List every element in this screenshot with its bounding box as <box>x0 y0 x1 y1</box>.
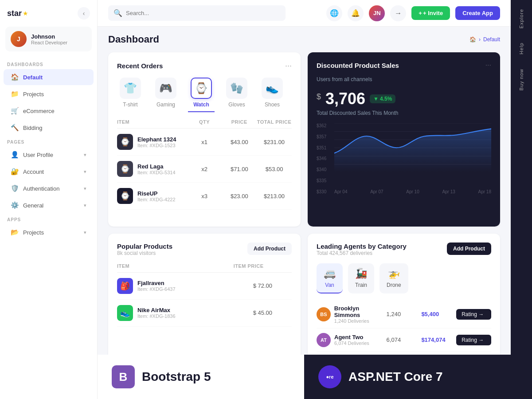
tab-gloves[interactable]: 🧤 Gloves <box>223 78 250 112</box>
item-info: 🎒 Fjallraven Item: #XDG-6437 <box>117 278 234 294</box>
bell-icon[interactable]: 🔔 <box>348 5 364 21</box>
col-total: TOTAL PRICE <box>257 119 292 125</box>
sidebar-item-default[interactable]: 🏠 Default <box>4 69 94 85</box>
sidebar-item-label: Account <box>23 168 44 175</box>
section-label-pages: PAGES <box>0 136 97 146</box>
item-price: $43.00 <box>222 139 257 145</box>
chevron-down-icon: ▾ <box>84 169 86 175</box>
product-row: 🎒 Fjallraven Item: #XDG-6437 $ 72.00 <box>117 273 292 300</box>
sidebar-item-label: Projects <box>23 229 44 236</box>
avatar: J <box>11 31 27 47</box>
watch-icon: ⌚ <box>191 78 212 99</box>
agent-info: BS Brooklyn Simmons 1,240 Deliveries <box>317 305 387 324</box>
card-menu-icon[interactable]: ··· <box>285 61 292 70</box>
agent-cat-train[interactable]: 🚂 Train <box>348 263 374 293</box>
chart-svg <box>334 123 491 172</box>
globe-icon[interactable]: 🌐 <box>326 5 342 21</box>
item-total: $213.00 <box>257 193 292 200</box>
lock-icon: 🔐 <box>11 168 19 176</box>
dollar-sign: $ <box>317 92 321 102</box>
sidebar-item-bidding[interactable]: 🔨 Bidding <box>4 120 94 136</box>
add-product-button[interactable]: Add Product <box>247 243 292 255</box>
agent-count: 6,074 <box>387 336 422 343</box>
chevron-down-icon: ▾ <box>84 230 86 235</box>
card-header-recent-orders: Recent Orders ··· <box>117 61 292 70</box>
tab-gaming[interactable]: 🎮 Gaming <box>153 78 179 112</box>
col-price: ITEM PRICE <box>234 263 292 269</box>
sidebar-item-authentication[interactable]: 🛡️ Authentication ▾ <box>4 180 94 196</box>
agent-row: BS Brooklyn Simmons 1,240 Deliveries 1,2… <box>317 301 491 329</box>
table-row: ⌚ Red Laga Item: #XDG-5314 x2 $71.00 $53… <box>117 156 292 183</box>
user-role: React Developer <box>31 40 67 45</box>
item-code: Item: #XDG-5314 <box>137 170 176 175</box>
sidebar-item-label: Projects <box>23 91 44 98</box>
add-product-agents-button[interactable]: Add Product <box>447 243 491 255</box>
sales-subtitle: Users from all channels <box>317 76 491 82</box>
search-icon: 🔍 <box>113 9 122 17</box>
rating-button[interactable]: Rating → <box>456 309 491 320</box>
rating-button[interactable]: Rating → <box>456 335 491 345</box>
drone-icon: 🚁 <box>388 268 400 279</box>
shield-icon: 🛡️ <box>11 184 19 192</box>
product-name: Nike AirMax <box>137 307 176 313</box>
product-price: $ 72.00 <box>234 282 292 289</box>
user-icon: 👤 <box>11 151 19 159</box>
breadcrumb-current: Default <box>483 36 500 43</box>
collapse-button[interactable]: ‹ <box>78 7 90 20</box>
sidebar-item-account[interactable]: 🔐 Account ▾ <box>4 164 94 180</box>
col-price: PRICE <box>222 119 257 125</box>
item-code: Item: #XDG-4222 <box>137 197 176 202</box>
tab-tshirt[interactable]: 👕 T-shirt <box>117 78 144 112</box>
bootstrap-icon: B <box>112 365 135 388</box>
table-row: ⌚ Elephant 1324 Item: #XDG-1523 x1 $43.0… <box>117 129 292 156</box>
create-app-button[interactable]: Create App <box>455 6 500 20</box>
agent-cat-label: Train <box>355 282 367 288</box>
product-image: 👟 <box>117 305 133 321</box>
tab-gaming-label: Gaming <box>156 102 175 108</box>
section-label-apps: APPS <box>0 214 97 224</box>
user-info: Johnson React Developer <box>31 33 67 45</box>
tab-shoes[interactable]: 👟 Shoes <box>259 78 286 112</box>
sidebar-item-projects[interactable]: 📁 Projects <box>4 86 94 102</box>
user-avatar-topbar[interactable]: JN <box>369 5 385 21</box>
agent-cat-van[interactable]: 🚐 Van <box>317 263 343 293</box>
topbar-right: 🌐 🔔 JN → + + Invite Create App <box>326 5 500 21</box>
aspnet-icon: ●re <box>318 365 341 388</box>
item-info: ⌚ Red Laga Item: #XDG-5314 <box>117 161 187 177</box>
sidebar-item-ecommerce[interactable]: 🛒 eCommerce <box>4 103 94 119</box>
invite-button[interactable]: + + Invite <box>411 6 450 20</box>
chart-x-labels: Apr 04 Apr 07 Apr 10 Apr 13 Apr 18 <box>334 189 491 194</box>
sales-amount: $ 3,706 ▼ 4.5% <box>317 90 491 108</box>
gloves-icon: 🧤 <box>226 78 247 99</box>
arrow-icon[interactable]: → <box>390 5 406 21</box>
logo: star ★ <box>7 9 28 18</box>
section-label-dashboards: DASHBOARDS <box>0 59 97 69</box>
recent-orders-title: Recent Orders <box>117 62 163 70</box>
buy-now-button[interactable]: Buy now <box>517 63 526 96</box>
sidebar-item-general[interactable]: ⚙️ General ▾ <box>4 197 94 213</box>
item-image: ⌚ <box>117 161 133 177</box>
products-header: Popular Products 8k social visitors Add … <box>117 243 292 262</box>
shoes-icon: 👟 <box>262 78 283 99</box>
sidebar-item-apps-projects[interactable]: 📂 Projects ▾ <box>4 224 94 240</box>
help-button[interactable]: Help <box>517 37 526 60</box>
search-input[interactable] <box>126 10 280 16</box>
sidebar-logo: star ★ ‹ <box>0 7 97 27</box>
sidebar-item-label: User Profile <box>23 152 53 158</box>
tab-watch[interactable]: ⌚ Watch <box>188 78 215 112</box>
van-icon: 🚐 <box>324 268 336 279</box>
item-image: ⌚ <box>117 188 133 204</box>
card-menu-icon[interactable]: ··· <box>485 61 491 69</box>
topbar: 🔍 🌐 🔔 JN → + + Invite Create App <box>98 0 511 27</box>
agent-cat-drone[interactable]: 🚁 Drone <box>379 263 408 293</box>
sidebar-item-user-profile[interactable]: 👤 User Profile ▾ <box>4 147 94 163</box>
agent-count: 1,240 <box>387 311 422 317</box>
explore-button[interactable]: Explore <box>517 4 526 34</box>
item-qty: x2 <box>187 166 222 172</box>
item-qty: x3 <box>187 193 222 200</box>
amount-badge: ▼ 4.5% <box>370 94 395 103</box>
product-code: Item: #XDG-1836 <box>137 313 176 319</box>
sidebar: star ★ ‹ J Johnson React Developer DASHB… <box>0 0 98 399</box>
trend-icon: ▼ <box>373 96 379 102</box>
item-price: $71.00 <box>222 166 257 172</box>
